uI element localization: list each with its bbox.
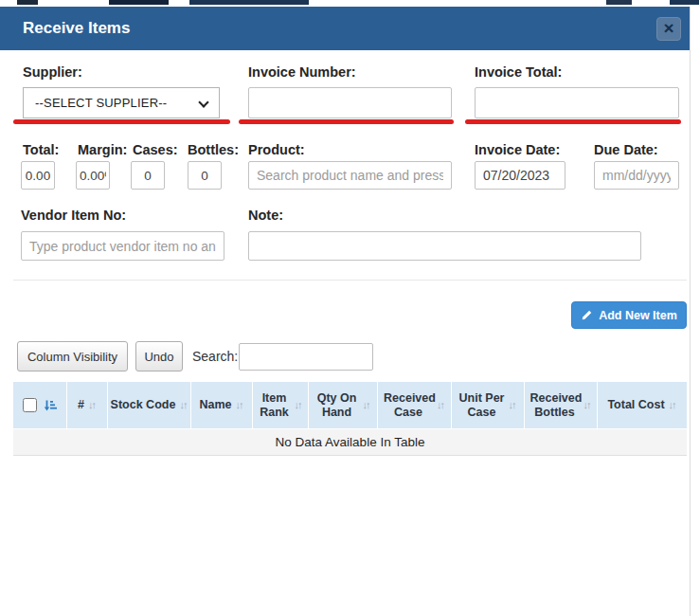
- note-label: Note:: [248, 208, 283, 223]
- sort-arrows-icon: ↓↑: [583, 399, 592, 411]
- column-label: Total Cost: [607, 398, 664, 412]
- column-header-received-case[interactable]: Received Case ↓↑: [378, 382, 452, 428]
- pencil-icon: [581, 309, 593, 321]
- column-label: Item Rank: [259, 391, 291, 420]
- modal-header: Receive Items ×: [0, 7, 690, 50]
- column-label: #: [78, 398, 84, 412]
- column-header-received-bottles[interactable]: Received Bottles ↓↑: [525, 382, 598, 428]
- column-visibility-button[interactable]: Column Visibility: [17, 341, 128, 371]
- vendor-item-no-label: Vendor Item No:: [21, 208, 126, 223]
- sort-arrows-icon: ↓↑: [179, 399, 188, 411]
- column-header-number[interactable]: # ↓↑: [67, 382, 108, 428]
- empty-table-message: No Data Available In Table: [276, 435, 425, 449]
- invoice-total-error-underline: [465, 119, 681, 124]
- page: Receive Items × Supplier: --SELECT SUPPL…: [0, 0, 700, 616]
- supplier-error-underline: [13, 119, 230, 124]
- background-page-fragment: [606, 0, 632, 5]
- supplier-select[interactable]: --SELECT SUPPLIER--: [23, 87, 220, 118]
- sort-arrows-icon: ↓↑: [363, 399, 371, 411]
- note-input[interactable]: [248, 231, 641, 261]
- sort-arrows-icon: ↓↑: [88, 399, 97, 411]
- undo-label: Undo: [144, 350, 173, 364]
- invoice-total-label: Invoice Total:: [475, 64, 562, 80]
- sort-arrows-icon: ↓↑: [437, 399, 445, 411]
- column-header-name[interactable]: Name ↓↑: [191, 382, 253, 428]
- column-header-qty-on-hand[interactable]: Qty On Hand ↓↑: [309, 382, 378, 428]
- background-page-fragment: [189, 0, 309, 5]
- sort-arrows-icon: ↓↑: [236, 399, 244, 411]
- column-header-stock-code[interactable]: Stock Code ↓↑: [108, 382, 191, 428]
- receive-items-modal: Receive Items × Supplier: --SELECT SUPPL…: [0, 7, 691, 616]
- total-input[interactable]: [21, 161, 55, 190]
- cases-label: Cases:: [133, 142, 178, 157]
- margin-label: Margin:: [78, 142, 127, 157]
- column-label: Stock Code: [111, 398, 176, 412]
- add-new-item-button[interactable]: Add New Item: [571, 301, 687, 329]
- cases-input[interactable]: [131, 161, 165, 190]
- column-header-total-cost[interactable]: Total Cost ↓↑: [598, 382, 687, 428]
- invoice-total-input[interactable]: [475, 87, 679, 118]
- margin-input[interactable]: [76, 161, 110, 190]
- background-page-fragment: [670, 0, 699, 5]
- invoice-date-label: Invoice Date:: [475, 142, 560, 157]
- invoice-number-input[interactable]: [248, 87, 452, 118]
- sort-arrows-icon: ↓↑: [295, 399, 303, 411]
- empty-table-row: No Data Available In Table: [13, 429, 687, 456]
- undo-button[interactable]: Undo: [135, 341, 183, 371]
- background-page-fragment: [17, 0, 38, 5]
- sort-arrows-icon: ↓↑: [509, 399, 517, 411]
- table-header-row: # ↓↑ Stock Code ↓↑ Name ↓↑ Item Rank ↓↑ …: [13, 382, 687, 428]
- bottles-input[interactable]: [188, 161, 222, 190]
- due-date-input[interactable]: [594, 161, 679, 190]
- column-label: Qty On Hand: [315, 391, 359, 420]
- bottles-label: Bottles:: [188, 142, 239, 157]
- section-divider: [13, 280, 687, 281]
- column-label: Received Bottles: [530, 391, 580, 420]
- invoice-number-label: Invoice Number:: [248, 64, 356, 80]
- close-icon[interactable]: ×: [656, 17, 681, 41]
- modal-title: Receive Items: [23, 19, 130, 38]
- column-header-unit-per-case[interactable]: Unit Per Case ↓↑: [452, 382, 525, 428]
- sort-arrows-icon: ↓↑: [669, 399, 677, 411]
- supplier-selected-option: --SELECT SUPPLIER--: [35, 96, 167, 110]
- column-label: Received Case: [384, 391, 433, 420]
- add-new-item-label: Add New Item: [599, 309, 677, 322]
- search-label: Search:: [192, 349, 238, 364]
- background-page-fragment: [109, 0, 169, 5]
- column-visibility-label: Column Visibility: [27, 350, 117, 364]
- due-date-label: Due Date:: [594, 142, 658, 157]
- search-input[interactable]: [239, 343, 373, 371]
- column-label: Name: [199, 398, 231, 412]
- column-label: Unit Per Case: [459, 391, 505, 420]
- column-header-item-rank[interactable]: Item Rank ↓↑: [253, 382, 309, 428]
- chevron-down-icon: [198, 97, 208, 107]
- product-label: Product:: [248, 142, 305, 157]
- vendor-item-no-input[interactable]: [21, 231, 224, 261]
- invoice-number-error-underline: [239, 119, 454, 124]
- supplier-label: Supplier:: [23, 64, 82, 80]
- select-all-header-cell: [13, 382, 67, 428]
- total-label: Total:: [23, 142, 59, 157]
- sort-amount-icon[interactable]: [44, 399, 57, 412]
- invoice-date-input[interactable]: [475, 161, 565, 190]
- select-all-checkbox[interactable]: [23, 398, 37, 412]
- product-search-input[interactable]: [248, 161, 452, 190]
